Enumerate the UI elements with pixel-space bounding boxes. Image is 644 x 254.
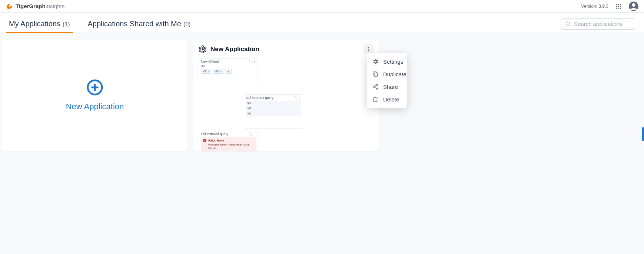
svg-point-23 <box>368 47 369 48</box>
menu-item-delete[interactable]: Delete <box>367 93 407 106</box>
preview-widget-head: New Widget <box>201 60 256 63</box>
svg-point-18 <box>202 51 204 53</box>
tab-label: My Applications <box>9 20 60 28</box>
right-edge-tab[interactable] <box>642 127 644 141</box>
app-header: TigerGraphInsights Version: 3.9.3 <box>0 0 644 13</box>
svg-rect-7 <box>618 7 619 9</box>
preview-widget-controls <box>294 96 301 99</box>
preview-row: id2 <box>246 111 301 116</box>
more-vertical-icon <box>253 133 256 136</box>
svg-point-25 <box>368 50 369 51</box>
more-vertical-icon <box>299 96 301 99</box>
copy-icon <box>372 71 379 77</box>
apps-grid-icon[interactable] <box>615 3 622 10</box>
preview-widget-title: call installed query <box>201 132 228 136</box>
preview-widget-head: call interpret query <box>246 96 301 100</box>
svg-rect-2 <box>620 4 621 5</box>
svg-point-28 <box>254 62 255 63</box>
brand-logo[interactable]: TigerGraphInsights <box>5 2 64 10</box>
more-vertical-icon <box>253 60 256 63</box>
preview-widget-controls <box>249 133 256 136</box>
svg-rect-0 <box>616 4 617 5</box>
expand-icon <box>249 60 252 63</box>
more-vertical-icon <box>365 46 371 52</box>
content-area: New Application New Application <box>0 33 644 157</box>
svg-point-17 <box>202 46 204 47</box>
user-avatar-icon[interactable] <box>628 1 639 11</box>
svg-point-21 <box>199 50 201 51</box>
svg-rect-38 <box>374 73 378 76</box>
svg-point-32 <box>254 133 255 133</box>
menu-item-duplicate[interactable]: Duplicate <box>367 68 407 80</box>
menu-item-settings[interactable]: Settings <box>367 55 407 68</box>
tab-shared-with-me[interactable]: Applications Shared with Me (0) <box>88 20 191 33</box>
preview-chip: id3× <box>213 69 223 74</box>
svg-rect-3 <box>616 6 617 7</box>
preview-widget-new: New Widget list id2× id3× ▾ <box>199 58 258 81</box>
search-applications[interactable] <box>561 18 635 30</box>
preview-chip-empty: ▾ <box>225 69 232 74</box>
search-input[interactable] <box>574 21 631 27</box>
svg-point-24 <box>368 49 369 50</box>
svg-point-10 <box>632 3 635 6</box>
svg-point-39 <box>376 84 378 86</box>
svg-point-22 <box>204 50 206 51</box>
svg-rect-8 <box>620 7 621 9</box>
svg-point-33 <box>254 134 255 134</box>
preview-widget-controls <box>249 60 256 63</box>
menu-item-share[interactable]: Share <box>367 80 407 93</box>
expand-icon <box>249 133 252 136</box>
svg-point-31 <box>299 98 300 99</box>
tab-count: (1) <box>63 21 70 28</box>
app-card-header: New Application <box>199 44 374 54</box>
application-card[interactable]: New Application New Widget list <box>193 40 379 151</box>
app-card-context-menu: Settings Duplicate Share <box>367 53 407 108</box>
tab-count: (0) <box>183 21 191 28</box>
tab-my-applications[interactable]: My Applications (1) <box>9 20 70 33</box>
plus-circle-icon <box>86 79 103 96</box>
svg-line-12 <box>569 25 570 26</box>
menu-item-label: Duplicate <box>383 71 406 77</box>
search-icon <box>565 21 571 27</box>
svg-point-34 <box>254 135 255 135</box>
tabs: My Applications (1) Applications Shared … <box>9 18 190 33</box>
svg-point-41 <box>376 88 378 89</box>
preview-widget-sub: list <box>202 64 256 68</box>
header-left: TigerGraphInsights <box>5 2 64 10</box>
svg-point-11 <box>566 22 570 25</box>
app-card-title: New Application <box>210 46 259 53</box>
error-title: GSQL Error: <box>208 139 225 142</box>
trash-icon <box>372 96 379 103</box>
svg-rect-4 <box>618 6 619 7</box>
preview-widget-head: call installed query <box>201 132 256 136</box>
preview-chips: id2× id3× ▾ <box>201 69 256 74</box>
version-label: Version: 3.9.3 <box>581 4 608 9</box>
share-icon <box>372 83 379 90</box>
new-application-card[interactable]: New Application <box>2 40 187 151</box>
preview-widget-interpret: call interpret query list id3 id2 <box>244 94 303 128</box>
preview-row: id3 <box>246 106 301 111</box>
svg-point-20 <box>204 47 206 49</box>
error-detail: Runtime Error: Parameter list is NULL. <box>208 143 253 150</box>
menu-item-label: Settings <box>383 59 403 65</box>
preview-chip: id2× <box>201 69 211 74</box>
svg-point-40 <box>373 86 375 87</box>
menu-item-label: Delete <box>383 96 399 103</box>
error-icon <box>203 139 206 142</box>
preview-widget-installed: call installed query GSQL Error: Runtime… <box>199 131 258 151</box>
expand-icon <box>294 96 297 99</box>
preview-error: GSQL Error: Runtime Error: Parameter lis… <box>201 137 256 151</box>
preview-row: list <box>246 101 301 106</box>
svg-point-19 <box>199 47 201 49</box>
svg-rect-37 <box>205 141 205 141</box>
svg-rect-5 <box>620 6 621 7</box>
menu-item-label: Share <box>383 84 398 90</box>
svg-rect-36 <box>205 140 205 141</box>
tigergraph-logo-icon <box>5 2 13 10</box>
svg-rect-6 <box>616 7 617 9</box>
svg-line-42 <box>374 85 376 86</box>
app-card-title-wrap: New Application <box>199 45 259 53</box>
preview-widget-title: call interpret query <box>246 96 273 100</box>
app-preview: New Widget list id2× id3× ▾ call interpr… <box>199 58 374 151</box>
svg-line-43 <box>374 87 376 88</box>
